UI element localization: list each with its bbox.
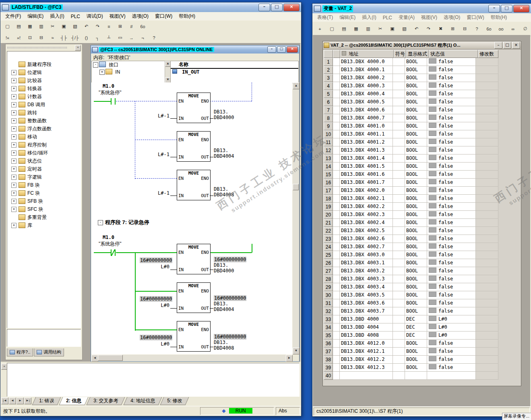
format-cell[interactable]: BOOL — [405, 356, 427, 364]
help-select-icon[interactable]: ? — [471, 24, 483, 34]
address-cell[interactable]: DB13.DBX 4000.0 — [340, 58, 393, 66]
redo-icon[interactable]: ↷ — [92, 22, 103, 31]
address-cell[interactable]: DB13.DBX 4003.0 — [340, 251, 393, 259]
symbol-cell[interactable] — [393, 291, 405, 299]
modify-cell[interactable] — [476, 243, 498, 251]
open-branch-icon[interactable]: ┐ — [92, 33, 103, 42]
move-block[interactable]: MOVE EN ENO IN OUT — [177, 93, 211, 123]
close-branch-icon[interactable]: ┴ — [103, 33, 114, 42]
symbol-cell[interactable] — [393, 66, 405, 74]
out-operand-db[interactable]: DB13. — [214, 148, 228, 153]
menu-item[interactable]: 编辑(E) — [336, 13, 359, 22]
catalog-item[interactable]: + 程序控制 — [7, 141, 81, 149]
in-operand[interactable]: L#0 — [138, 341, 169, 347]
contact-nc-icon[interactable]: ┤/├ — [70, 33, 81, 42]
modify-cell[interactable] — [476, 171, 498, 179]
catalog-item[interactable]: + 移动 — [7, 133, 81, 141]
address-cell[interactable]: DB13.DBX 4001.7 — [340, 179, 393, 187]
format-cell[interactable]: BOOL — [405, 283, 427, 291]
modify-cell[interactable] — [476, 323, 498, 331]
format-cell[interactable]: BOOL — [405, 90, 427, 98]
close-button[interactable]: × — [283, 4, 300, 11]
symbol-cell[interactable] — [393, 106, 405, 114]
address-cell[interactable]: DB13.DBX 4003.5 — [340, 291, 393, 299]
symbol-cell[interactable] — [393, 283, 405, 291]
status-on-icon[interactable]: ∞ — [507, 24, 519, 34]
child-maximize-button[interactable]: □ — [503, 42, 511, 49]
symbol-cell[interactable] — [393, 114, 405, 122]
scroll-up-icon[interactable]: ▲ — [165, 61, 171, 67]
move-branch[interactable]: 16#00000000 L#0 MOVE EN ENO IN OUT 16#00… — [138, 282, 263, 313]
upload-icon[interactable]: »! — [13, 33, 24, 42]
address-cell[interactable]: DB13.DBX 4012.3 — [340, 364, 393, 372]
catalog-item[interactable]: 多重背景 — [7, 213, 81, 221]
address-cell[interactable]: DB13.DBX 4001.2 — [340, 138, 393, 146]
modify-cell[interactable] — [476, 291, 498, 299]
modify-cell[interactable] — [476, 154, 498, 163]
address-cell[interactable]: DB13.DBX 4003.6 — [340, 299, 393, 307]
connector-icon[interactable]: ¬ — [137, 33, 148, 42]
prev-tab-icon[interactable]: ◄ — [9, 397, 16, 404]
modify-cell[interactable] — [476, 90, 498, 98]
format-cell[interactable]: BOOL — [405, 114, 427, 122]
format-cell[interactable]: BOOL — [405, 163, 427, 171]
address-cell[interactable]: DB13.DBX 4012.1 — [340, 348, 393, 356]
table-row[interactable]: 3 DB13.DBX 4000.2 BOOL false — [324, 74, 498, 82]
catalog-item[interactable]: 新建程序段 — [7, 60, 81, 68]
open-icon[interactable]: ▤ — [13, 22, 24, 31]
symbol-cell[interactable] — [393, 195, 405, 203]
title-bar[interactable]: LAD/STL/FBD - @FC3 – □ × — [0, 2, 301, 12]
modify-cell[interactable] — [476, 114, 498, 122]
symbol-cell[interactable] — [393, 122, 405, 130]
format-cell[interactable]: BOOL — [405, 211, 427, 219]
modify-cell[interactable] — [476, 203, 498, 211]
move-branch[interactable]: 16#00000000 L#0 MOVE EN ENO IN OUT 16#00… — [138, 321, 263, 352]
menu-item[interactable]: PLC — [68, 13, 83, 20]
symbol-cell[interactable] — [393, 74, 405, 82]
empty-box-icon[interactable]: ▭ — [115, 33, 126, 42]
format-cell[interactable]: BOOL — [405, 130, 427, 138]
format-cell[interactable]: BOOL — [405, 58, 427, 66]
format-cell[interactable]: DEC — [405, 315, 427, 323]
catalog-item[interactable]: + DB 调用 — [7, 101, 81, 109]
out-operand-db[interactable]: DB13. — [214, 262, 228, 268]
expander-icon[interactable]: + — [11, 183, 17, 188]
modify-cell[interactable] — [476, 251, 498, 259]
horizontal-scrollbar[interactable]: ◄ ► — [91, 355, 293, 361]
modify-cell[interactable] — [476, 163, 498, 171]
table-row[interactable]: 40 — [324, 372, 498, 380]
symbol-cell[interactable] — [393, 307, 405, 315]
out-operand-addr[interactable]: DBD4000 — [214, 268, 234, 274]
format-cell[interactable]: BOOL — [405, 340, 427, 348]
symbol-cell[interactable] — [393, 348, 405, 356]
symbol-cell[interactable] — [393, 364, 405, 372]
monitor-once-icon[interactable]: 6o — [483, 24, 495, 34]
modify-cell[interactable] — [476, 283, 498, 291]
symbol-cell[interactable] — [393, 138, 405, 146]
minimize-button[interactable]: – — [258, 4, 270, 11]
catalog-item[interactable]: + 计数器 — [7, 93, 81, 101]
table-row[interactable]: 6 DB13.DBX 4000.5 BOOL false — [324, 98, 498, 106]
catalog-item[interactable]: + SFB 块 — [7, 197, 81, 205]
format-cell[interactable]: BOOL — [405, 348, 427, 356]
in-operand[interactable]: L#-1 — [138, 152, 169, 157]
address-cell[interactable]: DB13.DBX 4002.1 — [340, 195, 393, 203]
catalog-item[interactable]: + 字逻辑 — [7, 173, 81, 181]
address-cell[interactable]: DB13.DBX 4001.3 — [340, 146, 393, 154]
format-cell[interactable]: BOOL — [405, 291, 427, 299]
scroll-down-icon[interactable]: ▼ — [165, 77, 171, 83]
format-column-header[interactable]: 显示格式 — [406, 50, 429, 58]
interface-in-row[interactable]: + IN — [92, 68, 165, 76]
download-icon[interactable]: !« — [2, 33, 13, 42]
address-cell[interactable]: DB13.DBX 4002.4 — [340, 219, 393, 227]
cut-icon[interactable]: ✂ — [47, 22, 58, 31]
table-row[interactable]: 36 DB13.DBX 4012.0 BOOL false — [324, 340, 498, 348]
symbol-cell[interactable] — [393, 235, 405, 243]
insert-range-icon[interactable]: ⊞ — [447, 24, 459, 34]
catalog-item[interactable]: + 库 — [7, 221, 81, 229]
symbol-cell[interactable] — [393, 219, 405, 227]
format-cell[interactable]: BOOL — [405, 251, 427, 259]
child-minimize-button[interactable]: – — [267, 46, 276, 53]
table-row[interactable]: 27 DB13.DBX 4003.2 BOOL false — [324, 267, 498, 275]
table-row[interactable]: 20 DB13.DBX 4002.3 BOOL false — [324, 211, 498, 219]
